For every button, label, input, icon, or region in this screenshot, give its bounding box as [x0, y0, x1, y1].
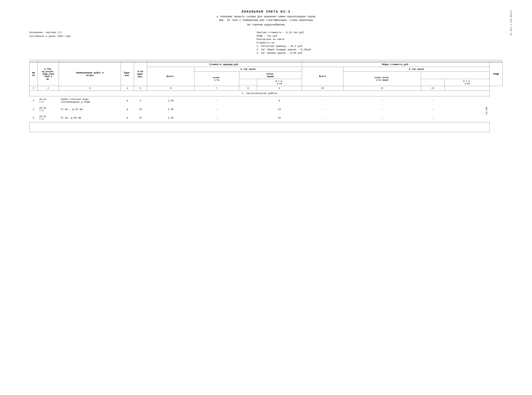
- th-total-osnov: основ.экспл.з/ты машин: [343, 72, 421, 86]
- th-price-expl: экспл.машин: [239, 72, 302, 79]
- row3-total-expl: –: [343, 114, 421, 122]
- th-price-all: Всего.: [147, 67, 194, 86]
- th-uchn: № УСН,ед.расцен.шифр,нормСНиП идр.: [38, 62, 59, 86]
- water-supply: На горячее водоснабжение: [29, 23, 503, 26]
- th-total-expl: [421, 72, 489, 79]
- row3-total-all: 42: [257, 114, 302, 122]
- sub-subtitle: емк. 10 тонн с помещением для стратифика…: [29, 19, 503, 22]
- th-total-expl-main: [421, 79, 445, 86]
- table-row-2: 2 I6–43 7–3 То же., д–25 мм м I8 I,36 – …: [30, 105, 503, 114]
- row3-qty: 3I: [134, 114, 147, 122]
- row2-total-expl: –: [343, 105, 421, 114]
- row2-name: То же., д–25 мм: [59, 105, 121, 114]
- info-left-line2: Составлена в ценах 1984 года: [29, 35, 242, 38]
- num-7: 7: [194, 86, 239, 91]
- th-price-vtch: в т.ч.з/та: [257, 79, 302, 86]
- th-nuchi: НУЦШ: [489, 62, 503, 86]
- th-num: №№пп: [30, 62, 38, 86]
- row1-total-osnov: –: [302, 96, 343, 105]
- num-2: 2: [38, 86, 59, 91]
- row2-unit: м: [121, 105, 134, 114]
- num-4: 4: [121, 86, 134, 91]
- num-10: IO: [302, 86, 343, 91]
- info-right: Сметная стоимость – 0,16 тыс.руб. НУЦШ –…: [256, 31, 503, 55]
- page-wrapper: ТП 411-1-123.85(У) ЛОКАЛЬНАЯ СМЕТА №I-3 …: [29, 10, 503, 132]
- row2-price-osnov: –: [194, 105, 239, 114]
- th-name: Наименование работ изатрат: [59, 62, 121, 86]
- row2-qty: I8: [134, 105, 147, 114]
- row1-num: I: [30, 96, 38, 105]
- row2-vtch: –: [421, 105, 445, 114]
- th-total-vtomchisle: в том числе: [343, 67, 489, 72]
- main-table: №№пп № УСН,ед.расцен.шифр,нормСНиП идр. …: [29, 62, 503, 132]
- subtitle: к типовому проекту склада для хранения с…: [29, 15, 503, 18]
- row1-vtch: –: [421, 96, 445, 105]
- table-num-row: I 2 3 4 5 6 7 8 9 IO II I2: [30, 86, 503, 91]
- row3-price-osnov: –: [194, 114, 239, 122]
- th-total-all: Всего: [302, 67, 343, 86]
- th-price-header: Стоимость единицы,руб.: [147, 62, 302, 67]
- row1-unit: м: [121, 96, 134, 105]
- row1-name: Трубы стальные водо-газопроводные д–32мм: [59, 96, 121, 105]
- row1-total-expl: –: [343, 96, 421, 105]
- side-text-right: ТП 411-1-123.85(У): [510, 10, 512, 36]
- info-left: Основание: чертежи (I) Составлена в цена…: [29, 31, 242, 55]
- row2-price-expl: –: [239, 105, 257, 114]
- num-11: II: [343, 86, 421, 91]
- num-1: I: [30, 86, 38, 91]
- info-right-line7: 3. 1м³ объема здания – 0,08 руб.: [256, 52, 503, 55]
- section-header-row: 1. Сантехнические работы: [30, 91, 503, 96]
- row2-nuchi: 5а-399: [445, 105, 489, 114]
- th-price-vtomchisle: в том числе: [194, 67, 302, 72]
- num-8: 8: [239, 86, 257, 91]
- num-5: 5: [134, 86, 147, 91]
- num-13: [445, 86, 489, 91]
- info-right-line6: 2. 1м² общей площади здания – 0,29руб.: [256, 48, 503, 51]
- th-total-vtch: в т.ч.з/та: [445, 79, 489, 86]
- row1-price-osnov: –: [194, 96, 239, 105]
- row1-price-all: I,58: [147, 96, 194, 105]
- th-price-osnov: основ.з/ты: [194, 72, 239, 86]
- row1-price-expl: –: [239, 96, 257, 105]
- section-title: 1. Сантехнические работы: [30, 91, 489, 96]
- info-right-line5: 1. Расчетную единицу – 16,4 руб.: [256, 45, 503, 48]
- row1-code: I6–44 7–3: [38, 96, 59, 105]
- row2-total-all: 24: [257, 105, 302, 114]
- th-price-expl-main: [239, 79, 257, 86]
- info-block: Основание: чертежи (I) Составлена в цена…: [29, 31, 503, 55]
- info-right-line2: НУЦШ – тыс.руб.: [256, 35, 503, 37]
- main-title: ЛОКАЛЬНАЯ СМЕТА №I-3: [29, 10, 503, 14]
- header: ЛОКАЛЬНАЯ СМЕТА №I-3 к типовому проекту …: [29, 10, 503, 26]
- row3-nuchi: [445, 114, 489, 122]
- table-header-row1: №№пп № УСН,ед.расцен.шифр,нормСНиП идр. …: [30, 62, 503, 67]
- info-right-line4: Стоимость на:: [256, 41, 503, 44]
- row3-price-expl: –: [239, 114, 257, 122]
- row3-name: То же, д–20 мм: [59, 114, 121, 122]
- spacer-row: [30, 122, 503, 132]
- row2-num: 2: [30, 105, 38, 114]
- divider-top: [29, 60, 503, 60]
- row1-nuchi: [445, 96, 489, 105]
- th-unit: Един.изм.: [121, 62, 134, 86]
- table-row-3: 3 I6–42 7–3 То же, д–20 мм м 3I I,35 – –…: [30, 114, 503, 122]
- num-6: 6: [147, 86, 194, 91]
- row1-total-all: 8: [257, 96, 302, 105]
- row3-vtch: –: [421, 114, 445, 122]
- info-right-line3: Показатели по смете: [256, 38, 503, 41]
- table-row-1: I I6–44 7–3 Трубы стальные водо-газопров…: [30, 96, 503, 105]
- row3-unit: м: [121, 114, 134, 122]
- th-qty: К-воедин.изм.: [134, 62, 147, 86]
- row3-num: 3: [30, 114, 38, 122]
- num-9: 9: [257, 86, 302, 91]
- row3-price-all: I,35: [147, 114, 194, 122]
- row2-price-all: I,36: [147, 105, 194, 114]
- row3-total-osnov: –: [302, 114, 343, 122]
- num-12: I2: [421, 86, 445, 91]
- th-total-header: Общая стоимость,руб.: [302, 62, 489, 67]
- row2-code: I6–43 7–3: [38, 105, 59, 114]
- row1-qty: 5: [134, 96, 147, 105]
- info-left-line1: Основание: чертежи (I): [29, 31, 242, 34]
- info-right-line1: Сметная стоимость – 0,16 тыс.руб.: [256, 31, 503, 34]
- row3-code: I6–42 7–3: [38, 114, 59, 122]
- row2-total-osnov: –: [302, 105, 343, 114]
